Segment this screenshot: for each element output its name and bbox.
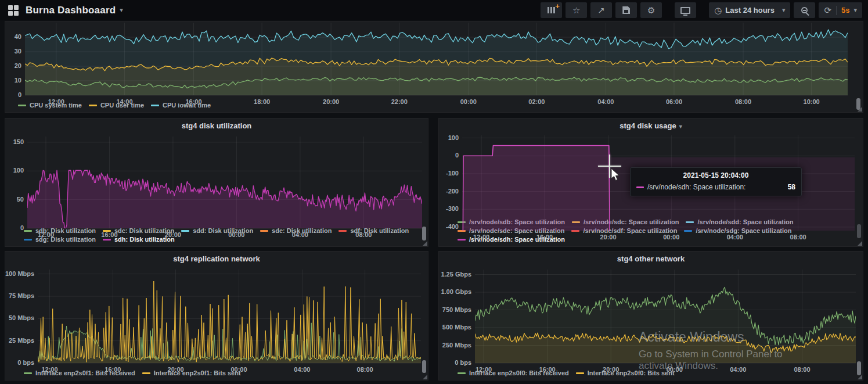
dashboard: Burna Dashboaard ▾ ☆ ↗ ⚙ ◷ Last 24 hours…	[0, 0, 868, 384]
scrollbar-thumb[interactable]	[856, 98, 860, 110]
grafana-menu-icon[interactable]	[8, 5, 19, 16]
replication-network-chart[interactable]: 0 bps25 Mbps50 Mbps75 Mbps100 Mbps12:001…	[5, 266, 428, 368]
panel-cpu: 01020304012:0014:0016:0018:0020:0022:000…	[5, 21, 863, 113]
panel-resize-handle[interactable]	[423, 241, 427, 246]
panel-other-network: stg4 other network 0 bps250 Mbps500 Mbps…	[438, 251, 863, 381]
refresh-icon: ⟳	[824, 6, 831, 15]
disk-utilization-chart[interactable]: 05010015012:0016:0020:0000:0004:0008:00	[5, 133, 428, 226]
panel-resize-handle[interactable]	[858, 241, 862, 246]
panel-resize-handle[interactable]	[858, 375, 862, 379]
navbar-actions: ☆ ↗ ⚙ ◷ Last 24 hours ▾ ⟳ 5s ▾	[537, 2, 862, 18]
tooltip-series-label: /srv/node/sdh: Space utilization:	[647, 183, 745, 191]
crosshair-horizontal	[598, 166, 621, 167]
graph-tooltip: 2021-05-15 20:04:00 /srv/node/sdh: Space…	[630, 167, 802, 196]
share-icon: ↗	[597, 6, 605, 15]
scrollbar-thumb[interactable]	[857, 224, 861, 238]
chevron-down-icon: ▾	[782, 6, 786, 14]
save-icon	[622, 6, 630, 14]
add-panel-button[interactable]	[541, 2, 562, 18]
share-button[interactable]: ↗	[590, 2, 612, 18]
chevron-down-icon[interactable]: ▾	[120, 6, 123, 14]
tooltip-series-dash	[636, 186, 644, 188]
panel-menu-caret-icon: ▾	[679, 123, 682, 130]
clock-icon: ◷	[714, 6, 722, 15]
refresh-interval-label: 5s	[841, 6, 849, 15]
star-icon: ☆	[572, 6, 580, 15]
scrollbar-thumb[interactable]	[857, 361, 861, 375]
panel-replication-network: stg4 replication network 0 bps25 Mbps50 …	[5, 251, 428, 381]
cpu-chart[interactable]: 01020304012:0014:0016:0018:0020:0022:000…	[5, 21, 863, 101]
gear-icon: ⚙	[647, 6, 655, 15]
zoom-out-icon	[801, 7, 808, 13]
cycle-view-button[interactable]	[675, 2, 696, 18]
star-button[interactable]: ☆	[566, 2, 587, 18]
panel-title[interactable]: stg4 disk utilization	[5, 119, 428, 133]
panel-title[interactable]: stg4 disk usage▾	[439, 119, 863, 133]
navbar: Burna Dashboaard ▾ ☆ ↗ ⚙ ◷ Last 24 hours…	[0, 0, 868, 20]
time-range-label: Last 24 hours	[725, 6, 775, 15]
settings-button[interactable]: ⚙	[640, 2, 662, 18]
chevron-down-icon: ▾	[853, 6, 857, 14]
mouse-cursor	[611, 168, 621, 184]
save-button[interactable]	[615, 2, 637, 18]
scrollbar-thumb[interactable]	[422, 360, 426, 373]
tooltip-value: 58	[788, 183, 795, 191]
panel-title[interactable]: stg4 replication network	[5, 252, 428, 266]
scrollbar-thumb[interactable]	[422, 227, 426, 241]
dashboard-title[interactable]: Burna Dashboaard	[26, 5, 116, 16]
monitor-icon	[680, 7, 690, 14]
divider	[836, 6, 837, 15]
refresh-button[interactable]: ⟳ 5s ▾	[819, 2, 862, 18]
add-panel-icon	[548, 7, 556, 13]
other-network-chart[interactable]: 0 bps250 Mbps500 Mbps750 Mbps1.00 Gbps1.…	[439, 266, 863, 368]
panel-title[interactable]: stg4 other network	[439, 252, 863, 266]
tooltip-timestamp: 2021-05-15 20:04:00	[636, 171, 795, 180]
panel-resize-handle[interactable]	[423, 375, 427, 379]
panel-disk-utilization: stg4 disk utilization 05010015012:0016:0…	[5, 118, 428, 247]
zoom-out-button[interactable]	[794, 2, 815, 18]
time-range-button[interactable]: ◷ Last 24 hours ▾	[709, 2, 790, 18]
